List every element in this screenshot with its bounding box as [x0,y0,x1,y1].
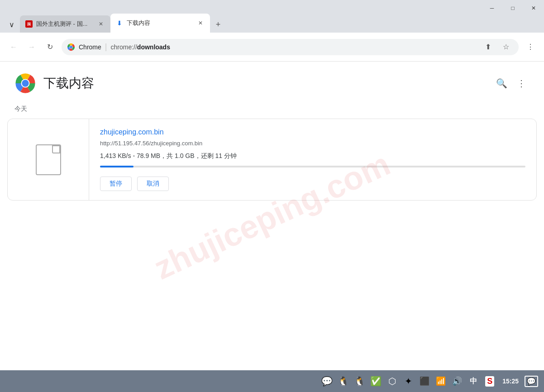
reload-button[interactable]: ↻ [42,39,58,55]
download-item: zhujiceping.com.bin http://51.195.47.56/… [7,119,537,201]
download-favicon: ⬇ [116,19,123,27]
page-title: 下载内容 [43,75,94,92]
color-icon[interactable]: ✦ [401,374,415,388]
lang-icon[interactable]: 中 [466,374,481,388]
tab-downloads-label: 下载内容 [127,19,193,27]
tab-site[interactable]: 国 国外主机测评 - 国... ✕ [20,15,110,33]
sougou-icon[interactable]: S [482,374,497,388]
qq2-icon[interactable]: 🐧 [352,374,367,388]
download-icon-area [8,119,89,200]
download-progress-text: 1,413 KB/s - 78.9 MB，共 1.0 GB，还剩 11 分钟 [100,152,525,160]
new-tab-button[interactable]: + [212,18,224,31]
downloads-header: 下载内容 🔍 ⋮ [0,62,544,101]
address-bar[interactable]: Chrome | chrome://downloads ⬆ ☆ [62,39,519,55]
chrome-nav-icon [67,43,75,51]
section-today-label: 今天 [0,101,544,119]
wifi-icon[interactable]: 📶 [434,374,448,388]
chrome-logo [14,72,36,94]
tab-search-button[interactable]: ∨ [4,16,20,33]
download-actions: 暂停 取消 [100,177,525,191]
search-downloads-button[interactable]: 🔍 [493,75,510,91]
forward-button[interactable]: → [24,39,40,55]
title-bar: ∨ 国 国外主机测评 - 国... ✕ ⬇ 下载内容 ✕ + ─ □ ✕ [0,0,544,33]
volume-icon[interactable]: 🔊 [450,374,464,388]
chrome-label: Chrome [79,43,101,51]
wechat-icon[interactable]: 💬 [320,374,334,388]
download-progress-fill [100,166,134,167]
download-list: zhujiceping.com.bin http://51.195.47.56/… [0,119,544,201]
more-icon: ⋮ [517,78,526,89]
search-icon: 🔍 [496,78,507,89]
page-content: zhujiceping.com 下载内容 [0,62,544,370]
download-progress-bar [100,166,525,167]
header-left: 下载内容 [14,72,94,94]
svg-point-2 [70,46,72,48]
check-icon[interactable]: ✅ [368,374,383,388]
window-controls: ─ □ ✕ [482,0,544,16]
bookmark-button[interactable]: ☆ [499,40,513,54]
chrome-menu-button[interactable]: ⋮ [522,39,539,55]
display-icon[interactable]: ⬛ [417,374,432,388]
minimize-button[interactable]: ─ [482,0,502,16]
tab-site-close[interactable]: ✕ [97,20,105,28]
share-button[interactable]: ⬆ [481,40,495,54]
back-button[interactable]: ← [5,39,22,55]
qq1-icon[interactable]: 🐧 [336,374,350,388]
notification-button[interactable]: 💬 [524,374,539,388]
taskbar-time: 15:25 [502,378,519,385]
address-text: chrome://downloads [110,43,170,51]
bluetooth-icon[interactable]: ⬡ [385,374,399,388]
tab-downloads[interactable]: ⬇ 下载内容 ✕ [110,14,210,33]
address-divider: | [105,42,107,52]
download-filename[interactable]: zhujiceping.com.bin [100,128,525,136]
maximize-button[interactable]: □ [502,0,523,16]
download-info: zhujiceping.com.bin http://51.195.47.56/… [89,119,536,200]
downloads-menu-button[interactable]: ⋮ [513,75,530,91]
file-icon [36,144,61,175]
tab-downloads-close[interactable]: ✕ [196,19,205,27]
taskbar: 💬 🐧 🐧 ✅ ⬡ ✦ ⬛ 📶 🔊 中 S 15:25 💬 [0,370,544,392]
close-button[interactable]: ✕ [523,0,544,16]
cancel-button[interactable]: 取消 [137,177,169,191]
download-url: http://51.195.47.56/zhujiceping.com.bin [100,140,525,147]
header-actions: 🔍 ⋮ [493,75,530,91]
nav-bar: ← → ↻ Chrome | chrome://downloads ⬆ [0,33,544,62]
svg-point-4 [22,80,29,86]
site-favicon: 国 [25,20,33,28]
tab-site-label: 国外主机测评 - 国... [36,20,93,28]
pause-button[interactable]: 暂停 [100,177,132,191]
lang-label: 中 [468,377,479,386]
